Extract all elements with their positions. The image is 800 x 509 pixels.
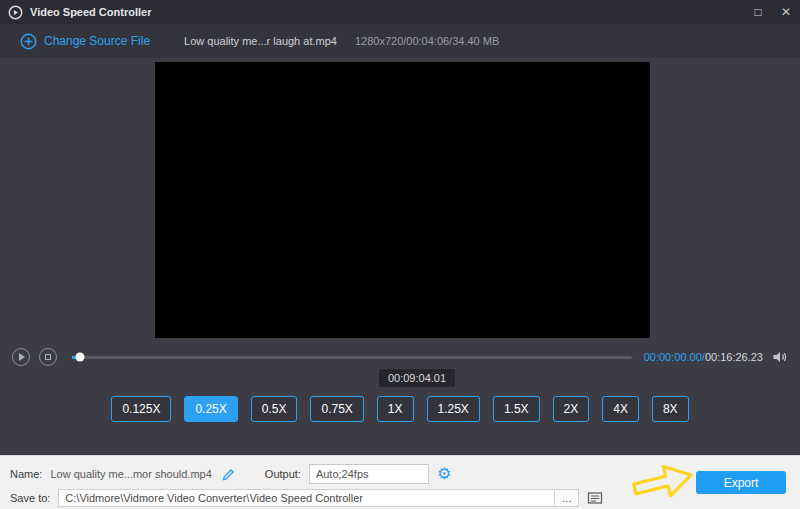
video-speed-controller-window: Video Speed Controller □ ✕ Change Source… xyxy=(0,0,800,509)
speed-button-15x[interactable]: 1.5X xyxy=(493,396,540,422)
video-frame xyxy=(360,114,446,280)
speed-button-05x[interactable]: 0.5X xyxy=(251,396,298,422)
edit-pencil-icon xyxy=(222,468,235,481)
stop-icon xyxy=(45,354,51,360)
browse-folder-button[interactable]: ... xyxy=(555,489,579,507)
titlebar: Video Speed Controller □ ✕ xyxy=(0,0,800,24)
app-logo-icon xyxy=(8,5,23,20)
speed-options-row: 0.125X 0.25X 0.5X 0.75X 1X 1.25X 1.5X 2X… xyxy=(0,396,800,422)
window-title: Video Speed Controller xyxy=(30,6,151,18)
save-path-input[interactable] xyxy=(58,489,555,507)
speed-button-8x[interactable]: 8X xyxy=(652,396,689,422)
time-display: 00:00:00.00/00:16:26.23 xyxy=(644,351,763,363)
save-path-group: ... xyxy=(58,489,579,507)
progress-slider-thumb[interactable] xyxy=(75,353,84,362)
play-icon xyxy=(19,353,25,361)
speed-button-025x[interactable]: 0.25X xyxy=(184,396,237,422)
speed-button-1x[interactable]: 1X xyxy=(377,396,414,422)
total-time: 00:16:26.23 xyxy=(705,351,763,363)
output-label: Output: xyxy=(265,468,301,480)
window-controls: □ ✕ xyxy=(744,0,800,24)
footer-row-name-output: Name: Low quality me...mor should.mp4 Ou… xyxy=(10,463,451,485)
save-to-label: Save to: xyxy=(10,492,50,504)
open-folder-button[interactable] xyxy=(587,491,603,505)
stop-button[interactable] xyxy=(39,348,57,366)
seek-time-tooltip: 00:09:04.01 xyxy=(379,369,455,387)
export-button[interactable]: Export xyxy=(696,471,786,494)
output-file-name: Low quality me...mor should.mp4 xyxy=(50,468,211,480)
output-settings-gear-icon[interactable]: ⚙ xyxy=(437,466,451,482)
name-label: Name: xyxy=(10,468,42,480)
maximize-button[interactable]: □ xyxy=(744,0,772,24)
output-format-input[interactable] xyxy=(309,464,429,484)
open-folder-icon xyxy=(587,491,603,505)
preview-area: 00:00:00.00/00:16:26.23 00:09:04.01 0.12… xyxy=(0,58,800,455)
source-file-name: Low quality me...r laugh at.mp4 xyxy=(184,35,337,47)
add-circle-icon xyxy=(20,33,37,50)
volume-button[interactable] xyxy=(772,350,788,364)
speaker-icon xyxy=(772,350,788,364)
video-preview xyxy=(155,62,650,338)
close-button[interactable]: ✕ xyxy=(772,0,800,24)
change-source-file-button[interactable]: Change Source File xyxy=(20,33,150,50)
export-annotation-arrow-icon xyxy=(626,454,700,509)
speed-button-0125x[interactable]: 0.125X xyxy=(111,396,171,422)
speed-button-2x[interactable]: 2X xyxy=(553,396,590,422)
speed-button-125x[interactable]: 1.25X xyxy=(427,396,480,422)
footer-row-save-to: Save to: ... xyxy=(10,489,603,507)
rename-button[interactable] xyxy=(222,468,235,481)
change-source-file-label: Change Source File xyxy=(44,34,150,48)
footer-bar: Name: Low quality me...mor should.mp4 Ou… xyxy=(0,455,800,509)
source-file-info: 1280x720/00:04:06/34.40 MB xyxy=(355,35,499,47)
speed-button-4x[interactable]: 4X xyxy=(602,396,639,422)
play-button[interactable] xyxy=(12,348,30,366)
current-time: 00:00:00.00/ xyxy=(644,351,705,363)
player-controls: 00:00:00.00/00:16:26.23 xyxy=(0,344,800,370)
toolbar: Change Source File Low quality me...r la… xyxy=(0,24,800,58)
speed-button-075x[interactable]: 0.75X xyxy=(310,396,363,422)
progress-slider[interactable] xyxy=(72,356,632,359)
